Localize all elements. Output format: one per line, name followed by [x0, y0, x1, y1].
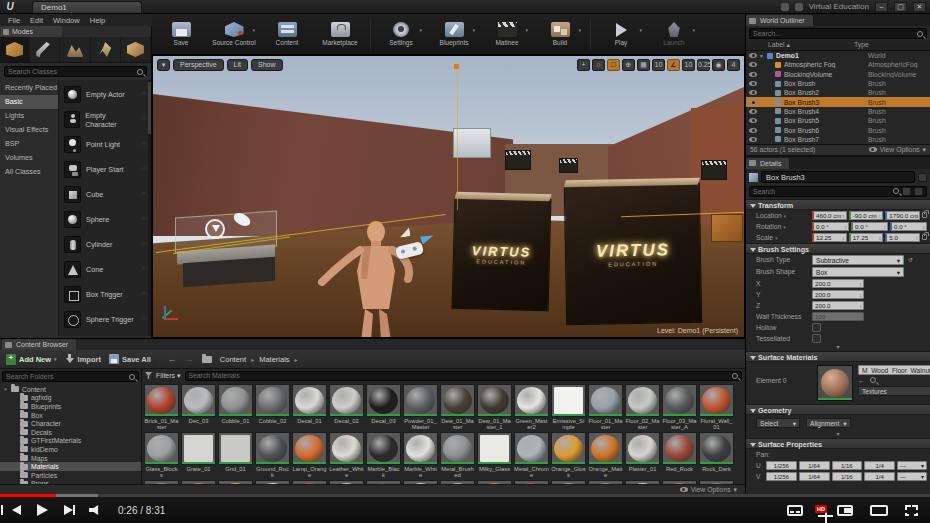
pan-u-1-4-button[interactable]: 1/4 [864, 461, 895, 470]
perspective-button[interactable]: Perspective [173, 59, 224, 71]
breadcrumb-materials[interactable]: Materials [259, 355, 289, 364]
mode-tab-paint[interactable] [30, 37, 60, 62]
angle-snap-value[interactable]: 10 [682, 59, 695, 71]
textures-button[interactable]: Textures▾ [858, 386, 930, 396]
details-search-input[interactable]: Search [749, 186, 927, 197]
toolbar-settings-button[interactable]: ▾Settings [378, 22, 424, 46]
tab-content-browser[interactable]: Content Browser [2, 339, 76, 350]
scale-z-field[interactable]: 5.0↕ [885, 233, 920, 242]
mode-tab-geometry[interactable] [121, 37, 151, 62]
outliner-row-atmospheric-fog[interactable]: Atmospheric FogAtmosphericFog [746, 60, 930, 69]
section-transform[interactable]: Transform [746, 199, 930, 210]
section-surface-materials[interactable]: Surface Materials [746, 351, 930, 362]
asset-tile-plaster-01[interactable]: Plaster_01 [625, 432, 660, 478]
eye-icon[interactable] [749, 90, 757, 95]
eye-icon[interactable] [749, 109, 757, 114]
eye-icon[interactable] [749, 62, 757, 67]
camera-speed-icon[interactable]: ◉ [712, 59, 725, 71]
asset-tile-floor-03-master-a[interactable]: Floor_03_Master_A [662, 384, 697, 430]
add-new-button[interactable]: Add New▾ [6, 354, 57, 365]
move-tool-icon[interactable]: + [577, 59, 590, 71]
category-bsp[interactable]: BSP [0, 137, 58, 151]
folder-search-input[interactable]: Search Folders [2, 371, 139, 382]
eye-icon[interactable] [749, 137, 757, 142]
asset-tile-milky-glass[interactable]: Milky_Glass [477, 432, 512, 478]
pan-v-1-16-button[interactable]: 1/16 [832, 472, 863, 481]
mode-tab-landscape[interactable] [60, 37, 90, 62]
asset-tile-decal-02[interactable]: Decal_02 [329, 384, 364, 430]
rotation-x-field[interactable]: 0.0 °↕ [812, 222, 849, 231]
scale-tool-icon[interactable]: □ [607, 59, 620, 71]
toolbar-blueprints-button[interactable]: ▾Blueprints [431, 22, 477, 46]
project-tab[interactable]: Demo1 [32, 1, 142, 13]
view-options-button[interactable]: View Options ▾ [869, 146, 926, 154]
asset-tile-glass-blocks[interactable]: Glass_Blocks [144, 432, 179, 478]
world-space-icon[interactable]: ⊕ [622, 59, 635, 71]
next-video-button[interactable] [64, 505, 73, 515]
x-field[interactable]: 200.0↕ [812, 279, 864, 288]
miniplayer-button[interactable] [837, 505, 853, 516]
import-button[interactable]: Import [65, 354, 101, 364]
angle-snap-icon[interactable]: ∠ [667, 59, 680, 71]
place-item-cube[interactable]: Cube◠ [59, 182, 151, 207]
y-field[interactable]: 200.0↕ [812, 290, 864, 299]
asset-tile-brick-01-master[interactable]: Brick_01_Master [144, 384, 179, 430]
material-thumbnail[interactable] [817, 365, 853, 401]
volume-button[interactable] [89, 505, 102, 516]
toolbar-matinee-button[interactable]: ▾Matinee [484, 22, 530, 46]
toolbar-content-button[interactable]: Content [264, 22, 310, 46]
asset-tile-marble-white[interactable]: Marble_White [403, 432, 438, 478]
eye-icon[interactable] [749, 72, 757, 77]
asset-tile-powder-01-master[interactable]: Powder_01_Master [403, 384, 438, 430]
menu-window[interactable]: Window [53, 16, 80, 25]
outliner-row-box-brush5[interactable]: Box Brush5Brush [746, 116, 930, 125]
toolbar-marketplace-button[interactable]: Marketplace [317, 22, 363, 46]
maximize-button[interactable]: ▢ [894, 2, 907, 12]
asset-tile-emissive-simple[interactable]: Emissive_Simple [551, 384, 586, 430]
section-geometry[interactable]: Geometry [746, 404, 930, 415]
mode-tab-place[interactable] [0, 37, 30, 62]
expand-arrow[interactable]: ▾ [746, 431, 930, 438]
eye-icon[interactable] [749, 81, 757, 86]
asset-tile-green-master2[interactable]: Green_Master2 [514, 384, 549, 430]
outliner-row-box-brush2[interactable]: Box Brush2Brush [746, 88, 930, 97]
asset-tile-floral-wall-01[interactable]: Floral_Wall_01 [699, 384, 734, 430]
asset-tile-metal-chrome[interactable]: Metal_Chrome [514, 432, 549, 478]
expand-arrow[interactable]: ▾ [746, 344, 930, 351]
reset-icon[interactable]: ↺ [908, 256, 913, 263]
asset-tile-metal-brushed[interactable]: Metal_Brushed [440, 432, 475, 478]
brush-type-dropdown[interactable]: Subtractive▾ [812, 255, 904, 265]
tab-modes[interactable]: Modes [0, 26, 62, 37]
scale-y-field[interactable]: 17.25↕ [849, 233, 884, 242]
viewport[interactable]: VIRTUS EDUCATION VIRTUS EDUCATION [152, 55, 745, 338]
outliner-row-demo1[interactable]: ▾Demo1World [746, 51, 930, 60]
minimize-button[interactable]: – [875, 2, 888, 12]
place-item-cone[interactable]: Cone◠ [59, 257, 151, 282]
tab-world-outliner[interactable]: World Outliner [746, 15, 813, 26]
filters-button[interactable]: Filters ▾ [156, 372, 181, 380]
toolbar-source-control-button[interactable]: ▾Source Control [211, 22, 257, 46]
asset-tile-dec-03[interactable]: Dec_03 [181, 384, 216, 430]
lock-icon[interactable] [922, 212, 927, 218]
menu-help[interactable]: Help [90, 16, 105, 25]
camera-speed-value[interactable]: 4 [727, 59, 740, 71]
pan-v-1-64-button[interactable]: 1/64 [799, 472, 830, 481]
asset-tile-orange-matte[interactable]: Orange_Matte [588, 432, 623, 478]
asset-search-input[interactable]: Search Materials [185, 371, 742, 381]
category-recently-placed[interactable]: Recently Placed [0, 81, 58, 95]
theater-mode-button[interactable] [870, 505, 888, 516]
subtitles-button[interactable] [787, 505, 803, 516]
viewport-options-button[interactable]: ▾ [157, 59, 170, 71]
material-select[interactable]: M_Wood_Floor_Walnut_P▾ [858, 365, 930, 375]
place-item-cylinder[interactable]: Cylinder◠ [59, 232, 151, 257]
asset-tile-lamp-orange[interactable]: Lamp_Orange [292, 432, 327, 478]
asset-tile-leather-white[interactable]: Leather_White [329, 432, 364, 478]
asset-tile-grate-01[interactable]: Grate_01 [181, 432, 216, 478]
toolbar-launch-button[interactable]: ▾Launch [651, 22, 697, 46]
toolbar-save-button[interactable]: Save [158, 22, 204, 46]
scale-snap-value[interactable]: 0.25 [697, 59, 710, 71]
forward-arrow-icon[interactable]: → [185, 354, 194, 364]
lit-mode-button[interactable]: Lit [227, 59, 248, 71]
category-all-classes[interactable]: All Classes [0, 165, 58, 179]
rotate-tool-icon[interactable]: ○ [592, 59, 605, 71]
